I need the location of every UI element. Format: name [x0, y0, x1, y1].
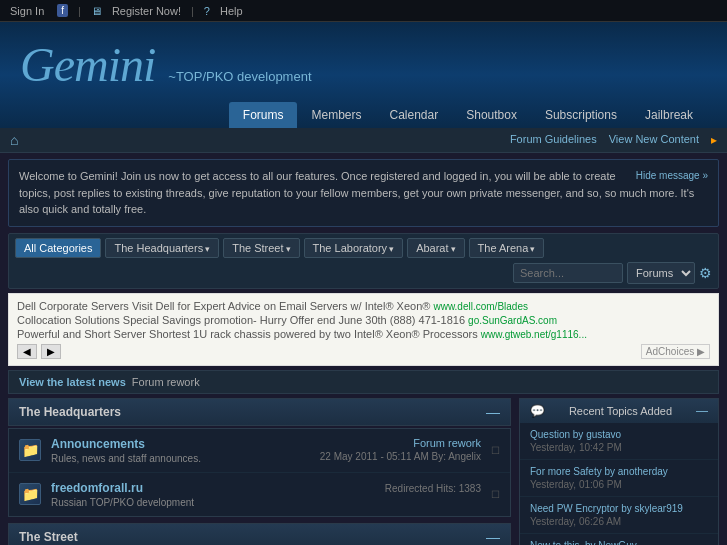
site-logo: Gemini [20, 37, 155, 92]
recent-topic-1-link[interactable]: Question by gustavo [530, 429, 708, 440]
search-scope-select[interactable]: Forums [627, 262, 695, 284]
freedomforall-desc: Russian TOP/PKO development [51, 497, 291, 508]
freedomforall-info: freedomforall.ru Russian TOP/PKO develop… [51, 481, 291, 508]
ad2-url: go.SunGardAS.com [468, 315, 557, 326]
register-icon: 🖥 [91, 5, 102, 17]
fb-icon: f [57, 4, 68, 17]
ad1-title: Dell Corporate Servers [17, 300, 129, 312]
ad-next-btn[interactable]: ▶ [41, 344, 61, 359]
headquarters-forum-list: 📁 Announcements Rules, news and staff an… [8, 428, 511, 517]
announcements-desc: Rules, news and staff announces. [51, 453, 291, 464]
announcements-latest-meta: 22 May 2011 - 05:11 AM By: Angelix [301, 451, 481, 462]
latest-news-label: View the latest news [19, 376, 126, 388]
ad3-url: www.gtweb.net/g1116... [481, 329, 587, 340]
recent-topic-3-meta: Yesterday, 06:26 AM [530, 516, 708, 527]
recent-topic-2-meta: Yesterday, 01:06 PM [530, 479, 708, 490]
hide-message-btn[interactable]: Hide message » [636, 168, 708, 183]
ad-prev-btn[interactable]: ◀ [17, 344, 37, 359]
headquarters-label: The Headquarters [19, 405, 121, 419]
nav-bar: Forums Members Calendar Shoutbox Subscri… [20, 102, 707, 128]
filter-abarat[interactable]: Abarat▾ [407, 238, 464, 258]
filter-bar: All Categories The Headquarters▾ The Str… [8, 233, 719, 289]
headquarters-category-header[interactable]: The Headquarters — [8, 398, 511, 426]
ad-line-3[interactable]: Powerful and Short Server Shortest 1U ra… [17, 328, 710, 340]
street-category-header[interactable]: The Street — [8, 523, 511, 546]
search-area: Forums ⚙ [513, 262, 712, 284]
forums-panel: The Headquarters — 📁 Announcements Rules… [8, 398, 511, 546]
ad2-title: Collocation Solutions [17, 314, 120, 326]
header: Gemini ~TOP/PKO development Forums Membe… [0, 22, 727, 128]
forum-guidelines-link[interactable]: Forum Guidelines [510, 133, 597, 147]
recent-topics-box: 💬 Recent Topics Added — Question by gust… [519, 398, 719, 546]
announcements-icon: 📁 [19, 439, 41, 461]
latest-news-text[interactable]: Forum rework [132, 376, 200, 388]
recent-topics-collapse[interactable]: — [696, 404, 708, 418]
announcements-checkbox[interactable]: ☐ [491, 445, 500, 456]
filter-street[interactable]: The Street▾ [223, 238, 299, 258]
recent-topic-3-link[interactable]: Need PW Encryptor by skylear919 [530, 503, 708, 514]
search-input[interactable] [513, 263, 623, 283]
breadcrumb-links: Forum Guidelines View New Content ▸ [510, 133, 717, 147]
rss-icon: ▸ [711, 133, 717, 147]
nav-forums[interactable]: Forums [229, 102, 298, 128]
nav-calendar[interactable]: Calendar [376, 102, 453, 128]
recent-topic-3: Need PW Encryptor by skylear919 Yesterda… [520, 497, 718, 534]
recent-topic-2-link[interactable]: For more Safety by anotherday [530, 466, 708, 477]
freedomforall-link[interactable]: freedomforall.ru [51, 481, 143, 495]
signin-link[interactable]: Sign In [10, 5, 44, 17]
ad3-text: Shortest 1U rack chassis powered by two … [146, 328, 478, 340]
ad-line-2[interactable]: Collocation Solutions Special Savings pr… [17, 314, 710, 326]
help-link[interactable]: Help [220, 5, 243, 17]
recent-topics-title: Recent Topics Added [569, 405, 672, 417]
freedomforall-checkbox[interactable]: ☐ [491, 489, 500, 500]
latest-news-bar: View the latest news Forum rework [8, 370, 719, 394]
announcements-latest-title[interactable]: Forum rework [301, 437, 481, 449]
headquarters-collapse-icon: — [486, 404, 500, 420]
announcements-link[interactable]: Announcements [51, 437, 145, 451]
home-icon[interactable]: ⌂ [10, 132, 18, 148]
filter-headquarters[interactable]: The Headquarters▾ [105, 238, 219, 258]
nav-shoutbox[interactable]: Shoutbox [452, 102, 531, 128]
ads-area: Dell Corporate Servers Visit Dell for Ex… [8, 293, 719, 366]
street-collapse-icon: — [486, 529, 500, 545]
breadcrumb-bar: ⌂ Forum Guidelines View New Content ▸ [0, 128, 727, 153]
settings-icon[interactable]: ⚙ [699, 265, 712, 281]
ad3-title: Powerful and Short Server [17, 328, 146, 340]
ad-controls: ◀ ▶ AdChoices ▶ [17, 344, 710, 359]
nav-jailbreak[interactable]: Jailbreak [631, 102, 707, 128]
main-layout: The Headquarters — 📁 Announcements Rules… [8, 398, 719, 546]
welcome-bar: Hide message » Welcome to Gemini! Join u… [8, 159, 719, 227]
forum-row-announcements: 📁 Announcements Rules, news and staff an… [9, 429, 510, 473]
recent-topic-1: Question by gustavo Yesterday, 10:42 PM [520, 423, 718, 460]
folder-icon-2: 📁 [22, 486, 39, 502]
right-panel: 💬 Recent Topics Added — Question by gust… [519, 398, 719, 546]
site-tagline: ~TOP/PKO development [168, 69, 311, 84]
view-new-content-link[interactable]: View New Content [609, 133, 699, 147]
top-bar: Sign In f | 🖥 Register Now! | ? Help [0, 0, 727, 22]
filter-arena[interactable]: The Arena▾ [469, 238, 545, 258]
recent-topic-2: For more Safety by anotherday Yesterday,… [520, 460, 718, 497]
filter-laboratory[interactable]: The Laboratory▾ [304, 238, 404, 258]
recent-topic-4-link[interactable]: New to this. by NewGuy [530, 540, 708, 546]
recent-topic-1-meta: Yesterday, 10:42 PM [530, 442, 708, 453]
announcements-latest: Forum rework 22 May 2011 - 05:11 AM By: … [301, 437, 481, 462]
filter-all[interactable]: All Categories [15, 238, 101, 258]
ad2-text: Special Savings promotion- Hurry Offer e… [120, 314, 465, 326]
forum-row-freedomforall: 📁 freedomforall.ru Russian TOP/PKO devel… [9, 473, 510, 516]
recent-topics-header: 💬 Recent Topics Added — [520, 399, 718, 423]
register-link[interactable]: Register Now! [112, 5, 181, 17]
nav-subscriptions[interactable]: Subscriptions [531, 102, 631, 128]
nav-members[interactable]: Members [297, 102, 375, 128]
help-icon: ? [204, 5, 210, 17]
adchoices-label[interactable]: AdChoices ▶ [641, 344, 710, 359]
ad1-url: www.dell.com/Blades [433, 301, 527, 312]
freedomforall-hits: Redirected Hits: 1383 [301, 483, 481, 494]
recent-topics-icon: 💬 [530, 404, 545, 418]
ad1-text: Visit Dell for Expert Advice on Email Se… [129, 300, 431, 312]
welcome-text: Welcome to Gemini! Join us now to get ac… [19, 170, 694, 215]
announcements-info: Announcements Rules, news and staff anno… [51, 437, 291, 464]
ad-line-1[interactable]: Dell Corporate Servers Visit Dell for Ex… [17, 300, 710, 312]
street-label: The Street [19, 530, 78, 544]
recent-topic-4: New to this. by NewGuy Jun 21 2011 02:04… [520, 534, 718, 546]
freedomforall-latest: Redirected Hits: 1383 [301, 481, 481, 494]
